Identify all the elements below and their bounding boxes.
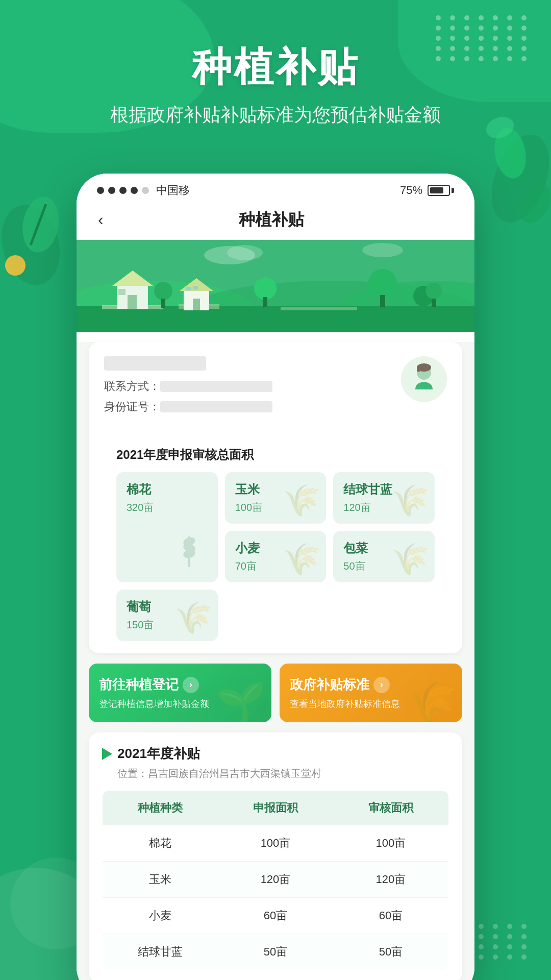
contact-label: 联系方式： <box>104 379 160 394</box>
standard-arrow-icon: › <box>373 677 390 693</box>
avatar <box>401 356 447 402</box>
page-main-title: 种植补贴 <box>0 41 551 94</box>
svg-rect-29 <box>186 287 191 290</box>
phone-content: 联系方式： 身份证号： <box>77 342 474 980</box>
battery-tip <box>452 188 454 193</box>
page-subtitle: 根据政府补贴补贴标准为您预估补贴金额 <box>0 103 551 128</box>
avatar-icon <box>406 361 442 397</box>
svg-point-23 <box>154 282 172 300</box>
status-bar: 中国移 75% <box>77 174 474 203</box>
leaf-icon-cabbage: 🌾 <box>391 482 430 519</box>
user-header: 联系方式： 身份证号： <box>104 356 447 420</box>
user-card: 联系方式： 身份证号： <box>89 342 462 653</box>
table-row: 棉花 100亩 100亩 <box>103 825 449 862</box>
svg-point-2 <box>5 255 26 276</box>
action-buttons: 前往种植登记 › 登记种植信息增加补贴金额 🌱 政府补贴标准 › 查看当地政府补… <box>89 664 462 722</box>
back-button[interactable]: ‹ <box>92 208 110 231</box>
svg-point-32 <box>425 283 442 299</box>
cell-crop-2: 小麦 <box>103 898 218 934</box>
title-area: 种植补贴 根据政府补贴补贴标准为您预估补贴金额 <box>0 41 551 128</box>
standard-deco-icon: 🌾 <box>406 679 457 722</box>
leaf-icon-grape: 🌾 <box>174 600 213 636</box>
svg-point-36 <box>362 243 403 257</box>
cell-crop-0: 棉花 <box>103 825 218 862</box>
phone-mockup: 中国移 75% ‹ 种植补贴 <box>77 174 474 980</box>
status-right: 75% <box>400 184 454 197</box>
subsidy-table: 种植种类 申报面积 审核面积 棉花 100亩 100亩 玉米 120亩 120亩 <box>102 791 449 970</box>
register-arrow-icon: › <box>183 677 199 693</box>
signal-dot-3 <box>119 187 127 194</box>
crop-grid: 棉花 320亩 <box>116 472 435 641</box>
area-section: 2021年度申报审核总面积 棉花 320亩 <box>104 438 447 641</box>
crop-card-cabbage: 结球甘蓝 120亩 🌾 <box>333 472 435 524</box>
svg-point-25 <box>254 277 277 300</box>
table-row: 结球甘蓝 50亩 50亩 <box>103 934 449 970</box>
crop-card-corn: 玉米 100亩 🌾 <box>225 472 327 524</box>
register-button[interactable]: 前往种植登记 › 登记种植信息增加补贴金额 🌱 <box>89 664 271 722</box>
id-label: 身份证号： <box>104 399 160 414</box>
nav-bar: ‹ 种植补贴 <box>77 203 474 240</box>
svg-rect-19 <box>118 289 126 295</box>
subsidy-title: 2021年度补贴 <box>117 745 200 763</box>
area-section-title: 2021年度申报审核总面积 <box>116 447 435 463</box>
svg-rect-24 <box>161 299 165 308</box>
hero-image <box>77 240 474 332</box>
signal-dot-2 <box>108 187 115 194</box>
svg-rect-39 <box>417 368 420 372</box>
carrier-label: 中国移 <box>156 183 190 198</box>
landscape-svg <box>77 240 474 332</box>
leaf-icon-wheat: 🌾 <box>283 541 321 577</box>
svg-rect-12 <box>77 306 474 332</box>
table-body: 棉花 100亩 100亩 玉米 120亩 120亩 小麦 60亩 60亩 <box>103 825 449 970</box>
cell-declared-0: 100亩 <box>218 825 333 862</box>
leaf-icon-pakchoi: 🌾 <box>391 541 430 577</box>
user-id-field: 身份证号： <box>104 399 401 414</box>
crop-card-wheat: 小麦 70亩 🌾 <box>225 531 327 582</box>
subsidy-location: 位置：昌吉回族自治州昌吉市大西渠镇玉堂村 <box>102 767 449 780</box>
svg-point-27 <box>368 269 397 298</box>
svg-rect-15 <box>281 307 357 310</box>
svg-rect-18 <box>128 295 137 309</box>
leaf-icon-corn: 🌾 <box>283 482 321 519</box>
subsidy-header: 2021年度补贴 <box>102 745 449 763</box>
col-header-declared: 申报面积 <box>218 791 333 825</box>
table-header: 种植种类 申报面积 审核面积 <box>103 791 449 825</box>
svg-rect-28 <box>380 295 385 307</box>
signal-dot-4 <box>131 187 138 194</box>
col-header-crop: 种植种类 <box>103 791 218 825</box>
id-value-blurred <box>160 401 272 412</box>
svg-rect-30 <box>193 286 198 289</box>
battery-icon <box>428 185 454 196</box>
battery-percent: 75% <box>400 184 422 197</box>
standard-title-text: 政府补贴标准 <box>290 676 369 694</box>
divider <box>104 430 447 430</box>
standard-button[interactable]: 政府补贴标准 › 查看当地政府补贴标准信息 🌾 <box>280 664 462 722</box>
battery-fill <box>430 187 443 193</box>
leaf-left-decoration <box>0 143 82 286</box>
battery-body <box>428 185 450 196</box>
triangle-icon <box>102 748 112 760</box>
cell-crop-1: 玉米 <box>103 862 218 898</box>
status-left: 中国移 <box>97 183 190 198</box>
table-header-row: 种植种类 申报面积 审核面积 <box>103 791 449 825</box>
cell-audited-0: 100亩 <box>333 825 449 862</box>
register-title-text: 前往种植登记 <box>99 676 179 694</box>
cell-declared-3: 50亩 <box>218 934 333 970</box>
cell-declared-1: 120亩 <box>218 862 333 898</box>
signal-dot-1 <box>97 187 104 194</box>
crop-area-cotton: 320亩 <box>127 501 208 514</box>
crop-card-pakchoi: 包菜 50亩 🌾 <box>333 531 435 582</box>
user-contact-field: 联系方式： <box>104 379 401 394</box>
cell-audited-3: 50亩 <box>333 934 449 970</box>
col-header-audited: 审核面积 <box>333 791 449 825</box>
leaf-right-decoration <box>485 112 551 245</box>
user-info: 联系方式： 身份证号： <box>104 356 401 420</box>
register-deco-icon: 🌱 <box>215 679 266 722</box>
user-name-blurred <box>104 356 206 371</box>
cell-declared-2: 60亩 <box>218 898 333 934</box>
nav-title: 种植补贴 <box>110 209 434 231</box>
signal-dot-5 <box>142 187 149 194</box>
cell-audited-1: 120亩 <box>333 862 449 898</box>
svg-rect-26 <box>263 297 267 307</box>
contact-value-blurred <box>160 381 272 392</box>
